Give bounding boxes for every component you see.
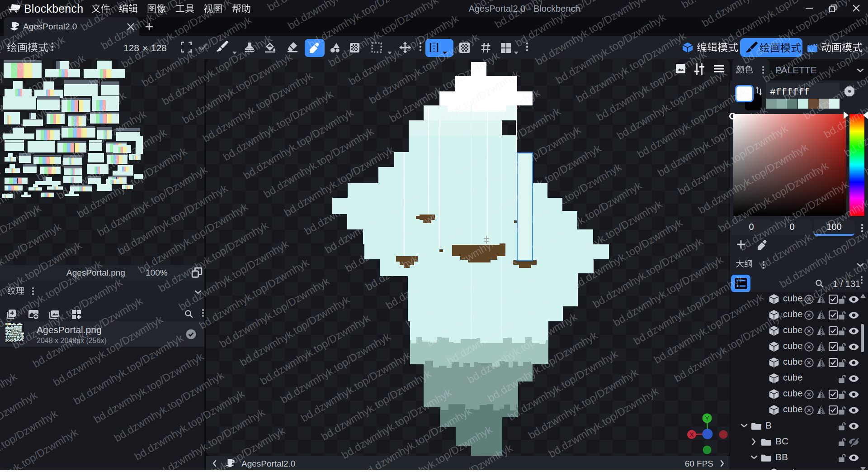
svg-text:Y: Y — [705, 415, 709, 422]
svg-text:X: X — [690, 431, 694, 438]
